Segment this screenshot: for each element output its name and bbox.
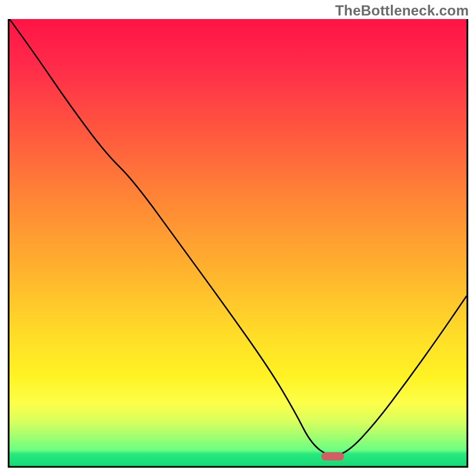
- highlight-marker: [321, 452, 344, 461]
- bottleneck-curve: [10, 19, 466, 455]
- chart-container: TheBottleneck.com: [0, 0, 476, 476]
- plot-frame: [8, 19, 468, 468]
- curve-overlay: [10, 19, 466, 466]
- watermark-text: TheBottleneck.com: [335, 2, 469, 19]
